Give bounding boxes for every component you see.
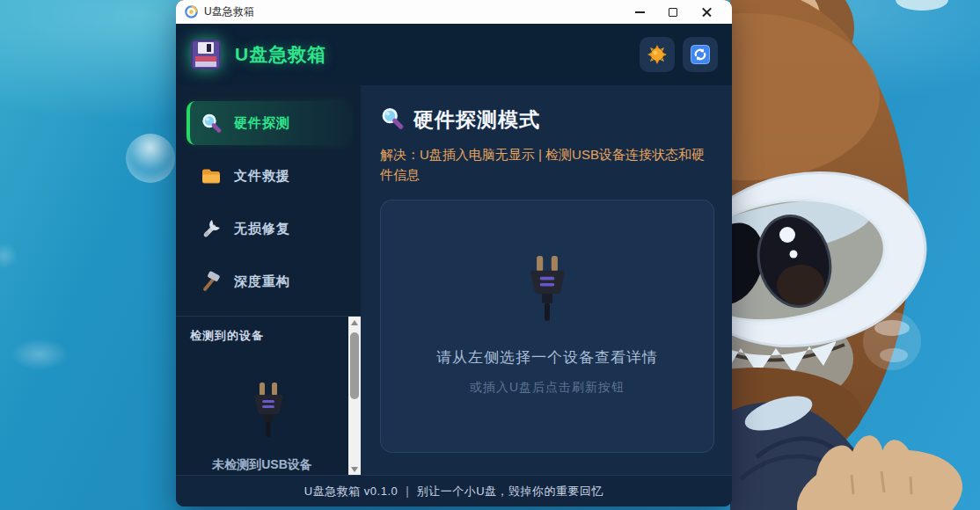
- theme-toggle-button[interactable]: [640, 37, 675, 72]
- sidebar-item-label: 硬件探测: [234, 115, 290, 132]
- window-body: 硬件探测 文件救援 无: [176, 85, 732, 475]
- close-button[interactable]: [690, 0, 723, 24]
- window-controls: [623, 0, 723, 24]
- magnifier-icon: [380, 106, 404, 134]
- sidebar-item-file-rescue[interactable]: 文件救援: [186, 154, 350, 198]
- minimize-button[interactable]: [623, 0, 656, 24]
- app-title: U盘急救箱: [235, 42, 326, 67]
- sun-icon: [647, 45, 667, 64]
- scrollbar-down-arrow[interactable]: [348, 463, 361, 475]
- magnifier-icon: [201, 113, 222, 134]
- sidebar-item-label: 文件救援: [234, 168, 290, 185]
- refresh-icon: [691, 45, 710, 64]
- plug-icon: [176, 382, 361, 437]
- header-actions: [640, 37, 718, 72]
- scrollbar-up-arrow[interactable]: [348, 317, 361, 328]
- sidebar: 硬件探测 文件救援 无: [176, 85, 361, 475]
- page-subtitle: 解决：U盘插入电脑无显示 | 检测USB设备连接状态和硬件信息: [380, 144, 714, 186]
- folder-icon: [201, 165, 222, 186]
- scrollbar-thumb[interactable]: [350, 332, 359, 399]
- window-title: U盘急救箱: [204, 4, 254, 19]
- window-titlebar[interactable]: U盘急救箱: [176, 0, 732, 24]
- plug-icon: [524, 256, 570, 324]
- background-bubble: [126, 134, 175, 183]
- minimize-icon: [635, 11, 645, 13]
- refresh-button[interactable]: [683, 37, 718, 72]
- detected-devices-title: 检测到的设备: [176, 317, 361, 344]
- footer-text: U盘急救箱 v0.1.0 ｜ 别让一个小U盘，毁掉你的重要回忆: [304, 484, 603, 499]
- hammer-icon: [201, 271, 222, 292]
- close-icon: [701, 6, 713, 18]
- sidebar-item-label: 无损修复: [234, 221, 290, 237]
- wrench-icon: [201, 218, 222, 239]
- page-title: 硬件探测模式: [413, 106, 540, 134]
- sidebar-item-lossless-repair[interactable]: 无损修复: [186, 207, 350, 251]
- main-content: 硬件探测模式 解决：U盘插入电脑无显示 | 检测USB设备连接状态和硬件信息 请: [361, 85, 732, 475]
- background-bubble: [0, 243, 18, 269]
- sidebar-item-deep-rebuild[interactable]: 深度重构: [186, 259, 350, 303]
- app-header: U盘急救箱: [176, 24, 732, 85]
- devices-empty-text: 未检测到USB设备: [176, 457, 348, 473]
- background-bubble: [11, 339, 69, 370]
- wallpaper-monkey-character: [730, 0, 980, 510]
- floppy-disk-icon: [190, 39, 222, 70]
- maximize-button[interactable]: [656, 0, 690, 24]
- empty-state-secondary-text: 或插入U盘后点击刷新按钮: [470, 380, 625, 396]
- app-window: U盘急救箱 U盘急救箱: [176, 0, 732, 506]
- maximize-icon: [669, 8, 677, 17]
- sidebar-item-label: 深度重构: [234, 273, 290, 290]
- devices-scrollbar[interactable]: [348, 317, 361, 475]
- detected-devices-panel: 检测到的设备 未检测到USB设备: [176, 316, 361, 475]
- status-footer: U盘急救箱 v0.1.0 ｜ 别让一个小U盘，毁掉你的重要回忆: [176, 475, 732, 506]
- main-title-row: 硬件探测模式: [380, 106, 714, 134]
- sidebar-item-hardware-detect[interactable]: 硬件探测: [186, 101, 350, 145]
- device-detail-empty-card: 请从左侧选择一个设备查看详情 或插入U盘后点击刷新按钮: [380, 200, 714, 453]
- empty-state-primary-text: 请从左侧选择一个设备查看详情: [436, 347, 658, 368]
- app-logo-icon: [185, 5, 198, 18]
